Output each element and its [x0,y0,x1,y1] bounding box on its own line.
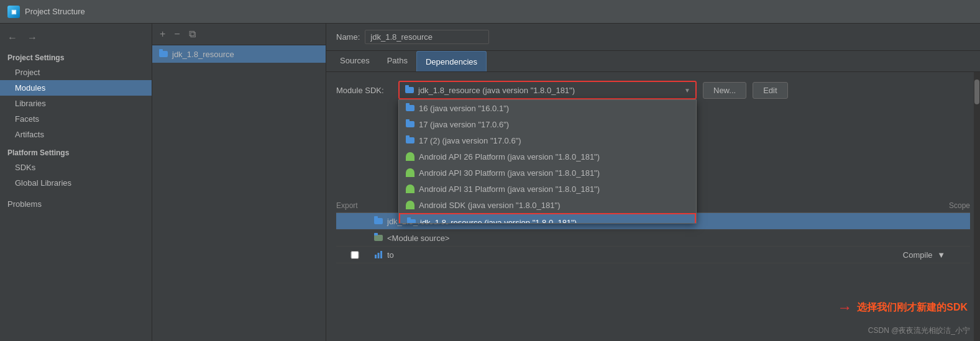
dropdown-item-android26[interactable]: Android API 26 Platform (java version "1… [399,148,696,165]
sidebar-item-global-libraries[interactable]: Global Libraries [0,175,152,191]
module-item-label: jdk_1.8_resource [172,50,234,59]
module-list: + − ⧉ jdk_1.8_resource [152,24,326,341]
annotation-area: → 选择我们刚才新建的SDK [837,299,968,316]
table-row[interactable]: <Module source> [336,230,970,247]
sidebar: ← → Project Settings Project Modules Lib… [0,24,152,341]
sidebar-item-problems[interactable]: Problems [0,194,152,214]
sdk-row: Module SDK: jdk_1.8_resource (java versi… [336,81,970,99]
sidebar-item-modules[interactable]: Modules [0,80,152,96]
top-section: + − ⧉ jdk_1.8_resource Name: [152,24,980,341]
sdk-selected-value: jdk_1.8_resource (java version "1.8.0_18… [418,86,575,95]
dropdown-item-android-sdk[interactable]: Android SDK (java version "1.8.0_181") [399,197,696,213]
row-folder-icon [373,216,383,226]
sidebar-item-project[interactable]: Project [0,65,152,80]
sdk-dropdown[interactable]: jdk_1.8_resource (java version "1.8.0_18… [398,81,697,99]
sidebar-item-libraries[interactable]: Libraries [0,96,152,111]
annotation-text: 选择我们刚才新建的SDK [857,301,968,314]
table-row[interactable]: to Compile ▼ [336,247,970,263]
scrollbar-thumb[interactable] [974,80,979,104]
android-icon [405,184,415,194]
sidebar-item-artifacts[interactable]: Artifacts [0,127,152,142]
dropdown-item-android31[interactable]: Android API 31 Platform (java version "1… [399,181,696,197]
window-title: Project Structure [25,7,85,16]
tab-dependencies[interactable]: Dependencies [416,51,487,71]
nav-arrows: ← → [0,29,152,50]
row-name-cell: <Module source> [387,234,449,243]
sdk-label: Module SDK: [336,86,392,95]
export-column-header: Export [336,201,373,210]
name-label: Name: [336,32,360,42]
sdk-edit-button[interactable]: Edit [753,82,787,99]
sdk-dropdown-wrapper: jdk_1.8_resource (java version "1.8.0_18… [398,81,697,99]
row-folder-icon [373,233,383,243]
svg-rect-0 [375,255,377,258]
svg-rect-2 [380,251,382,258]
tab-paths[interactable]: Paths [378,51,416,71]
item-folder-icon [405,103,415,113]
remove-module-button[interactable]: − [172,27,182,41]
item-folder-icon [405,135,415,145]
sdk-new-button[interactable]: New... [703,82,746,99]
android-icon [405,200,415,210]
title-bar: ▣ Project Structure [0,0,980,24]
dropdown-item-jdk18-selected[interactable]: jdk_1.8_resource (java version "1.8.0_18… [399,213,696,224]
dropdown-item-16[interactable]: 16 (java version "16.0.1") [399,100,696,116]
annotation-arrow: → [837,299,852,316]
module-toolbar: + − ⧉ [152,24,326,45]
dropdown-item-17-2[interactable]: 17 (2) (java version "17.0.6") [399,132,696,148]
row-scope-cell: Compile ▼ [903,250,945,260]
name-input[interactable] [365,30,489,44]
app-icon: ▣ [7,6,20,18]
sidebar-item-facets[interactable]: Facets [0,111,152,127]
scope-dropdown-icon[interactable]: ▼ [937,250,945,260]
content-area: Name: Sources Paths Dependencies [326,24,980,341]
module-folder-icon [158,49,168,59]
item-folder-icon [406,217,416,224]
row-export-checkbox[interactable] [336,251,373,259]
android-icon [405,152,415,161]
android-icon [405,168,415,178]
nav-forward-button[interactable]: → [25,31,40,45]
sdk-section: Module SDK: jdk_1.8_resource (java versi… [326,72,980,341]
module-item-jdk[interactable]: jdk_1.8_resource [152,45,326,63]
scope-column-header: Scope [949,201,970,210]
row-chart-icon [373,250,383,260]
dropdown-arrow-icon: ▼ [684,87,690,94]
svg-rect-1 [378,253,380,258]
sdk-dropdown-list: 16 (java version "16.0.1") 17 (java vers… [398,99,697,224]
name-row: Name: [326,24,980,51]
tab-sources[interactable]: Sources [331,51,378,71]
add-module-button[interactable]: + [157,27,168,41]
nav-back-button[interactable]: ← [5,31,20,45]
sdk-folder-icon [405,85,414,95]
scrollbar[interactable] [974,72,980,341]
item-folder-icon [405,119,415,129]
csdn-watermark: CSDN @夜夜流光相皎洁_小宁 [868,325,970,336]
row-name-cell: to [387,250,394,260]
platform-settings-header: Platform Settings [0,142,152,160]
main-layout: ← → Project Settings Project Modules Lib… [0,24,980,341]
sidebar-item-sdks[interactable]: SDKs [0,160,152,175]
project-settings-header: Project Settings [0,50,152,65]
dropdown-item-android30[interactable]: Android API 30 Platform (java version "1… [399,165,696,181]
dropdown-item-17[interactable]: 17 (java version "17.0.6") [399,116,696,132]
tabs-row: Sources Paths Dependencies [326,51,980,72]
copy-module-button[interactable]: ⧉ [186,27,198,41]
